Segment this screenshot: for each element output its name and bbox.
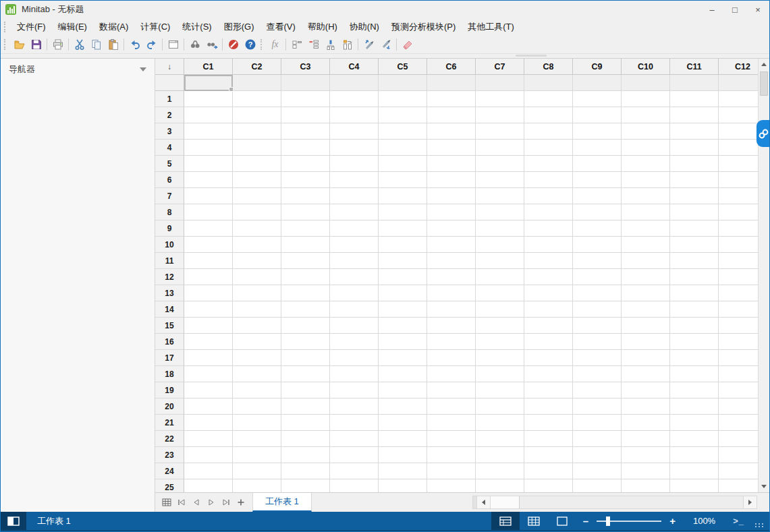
grid-cell[interactable] <box>573 107 622 123</box>
grid-cell[interactable] <box>281 188 330 204</box>
grid-cell[interactable] <box>622 479 670 492</box>
grid-cell[interactable] <box>184 318 233 334</box>
grid-cell[interactable] <box>233 479 281 492</box>
grid-cell[interactable] <box>184 463 233 479</box>
insert-cells-button[interactable] <box>288 36 305 52</box>
grid-cell[interactable] <box>670 91 719 107</box>
grid-cell[interactable] <box>330 447 379 463</box>
grid-cell[interactable] <box>573 366 622 382</box>
grid-cell[interactable] <box>524 204 573 220</box>
grid-cell[interactable] <box>330 285 379 301</box>
grid-cell[interactable] <box>670 188 719 204</box>
column-header[interactable]: C10 <box>622 59 670 75</box>
minimize-button[interactable]: – <box>700 1 723 18</box>
grid-cell[interactable] <box>670 285 719 301</box>
grid-cell[interactable] <box>670 398 719 415</box>
grid-cell[interactable] <box>184 431 233 447</box>
grid-cell[interactable] <box>184 91 233 107</box>
grid-cell[interactable] <box>427 140 476 156</box>
grid-cell[interactable] <box>524 172 573 188</box>
grid-cell[interactable] <box>476 415 524 431</box>
row-header[interactable]: 2 <box>155 107 184 123</box>
grid-cell[interactable] <box>622 398 670 415</box>
grid-cell[interactable] <box>233 91 281 107</box>
grid-cell[interactable] <box>379 334 427 350</box>
grid-cell[interactable] <box>719 204 758 220</box>
grid-cell[interactable] <box>330 415 379 431</box>
grid-cell[interactable] <box>281 156 330 172</box>
grid-cell[interactable] <box>281 204 330 220</box>
next-sheet-button[interactable] <box>204 493 219 512</box>
row-header[interactable]: 12 <box>155 269 184 285</box>
grid-cell[interactable] <box>719 463 758 479</box>
grid-cell[interactable] <box>427 269 476 285</box>
grid-cell[interactable] <box>524 253 573 269</box>
grid-cell[interactable] <box>622 140 670 156</box>
grid-cell[interactable] <box>427 415 476 431</box>
grid-cell[interactable] <box>476 366 524 382</box>
grid-cell[interactable] <box>233 398 281 415</box>
grid-cell[interactable] <box>719 91 758 107</box>
grid-cell[interactable] <box>719 285 758 301</box>
splitter-grip[interactable] <box>516 55 547 57</box>
add-sheet-button[interactable] <box>233 493 248 512</box>
grid-cell[interactable] <box>281 350 330 366</box>
redo-button[interactable] <box>143 36 160 52</box>
grid-cell[interactable] <box>524 366 573 382</box>
grid-cell[interactable] <box>573 398 622 415</box>
grid-cell[interactable] <box>379 366 427 382</box>
grid-cell[interactable] <box>476 269 524 285</box>
grid-cell[interactable] <box>476 447 524 463</box>
grid-cell[interactable] <box>476 220 524 237</box>
row-header[interactable]: 1 <box>155 91 184 107</box>
grid-cell[interactable] <box>184 220 233 237</box>
grid-cell[interactable] <box>427 156 476 172</box>
column-header[interactable]: C8 <box>524 59 573 75</box>
grid-cell[interactable] <box>573 123 622 140</box>
grid-cell[interactable] <box>281 463 330 479</box>
grid-cell[interactable] <box>427 123 476 140</box>
grid-cell[interactable] <box>184 140 233 156</box>
zoom-in-button[interactable]: + <box>663 515 682 527</box>
menu-item[interactable]: 图形(G) <box>218 19 260 35</box>
grid-cell[interactable] <box>524 301 573 318</box>
zoom-out-button[interactable]: – <box>576 515 595 527</box>
grid-cell[interactable] <box>281 123 330 140</box>
grid-cell[interactable] <box>622 318 670 334</box>
menu-item[interactable]: 其他工具(T) <box>462 19 520 35</box>
grid-cell[interactable] <box>379 269 427 285</box>
grid-cell[interactable] <box>281 269 330 285</box>
grid-cell[interactable] <box>719 382 758 398</box>
row-header[interactable]: 4 <box>155 140 184 156</box>
command-line-button[interactable]: >_ <box>726 516 751 526</box>
grid-cell[interactable] <box>184 269 233 285</box>
grid-cell[interactable] <box>379 188 427 204</box>
grid-cell[interactable] <box>427 301 476 318</box>
grid-cell[interactable] <box>622 415 670 431</box>
grid-cell[interactable] <box>281 220 330 237</box>
grid-cell[interactable] <box>233 237 281 253</box>
grid-cell[interactable] <box>427 479 476 492</box>
grid-cell[interactable] <box>719 237 758 253</box>
grid-cell[interactable] <box>281 140 330 156</box>
column-header[interactable]: C12 <box>719 59 758 75</box>
grid-cell[interactable] <box>427 237 476 253</box>
grid-cell[interactable] <box>524 382 573 398</box>
grid-cell[interactable] <box>524 334 573 350</box>
grid-cell[interactable] <box>281 285 330 301</box>
grid-cell[interactable] <box>330 350 379 366</box>
grid-cell[interactable] <box>184 156 233 172</box>
menu-item[interactable]: 帮助(H) <box>302 19 343 35</box>
grid-cell[interactable] <box>670 479 719 492</box>
column-header[interactable]: C9 <box>573 59 622 75</box>
grid-cell[interactable] <box>524 107 573 123</box>
move-columns-button[interactable] <box>339 36 356 52</box>
grid-cell[interactable] <box>476 140 524 156</box>
grid-cell[interactable] <box>330 366 379 382</box>
row-header[interactable]: 5 <box>155 156 184 172</box>
connect-side-tab[interactable] <box>757 120 769 147</box>
grid-cell[interactable] <box>184 237 233 253</box>
grid-cell[interactable] <box>233 220 281 237</box>
grid-cell[interactable] <box>573 204 622 220</box>
close-button[interactable]: × <box>746 1 769 18</box>
